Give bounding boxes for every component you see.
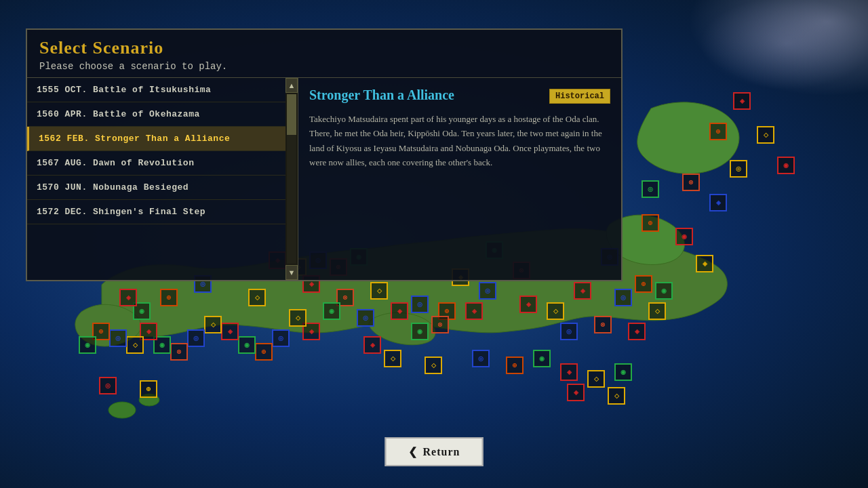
clan-icon: ◉ bbox=[323, 302, 340, 320]
clan-icon: ◈ bbox=[560, 363, 578, 381]
scenario-item[interactable]: 1555 OCT. Battle of Itsukushima bbox=[27, 78, 298, 102]
detail-title: Stronger Than a Alliance bbox=[309, 87, 454, 103]
clan-icon: ◉ bbox=[411, 323, 429, 340]
clan-icon: ◎ bbox=[99, 377, 117, 394]
clan-icon: ◇ bbox=[370, 282, 388, 300]
return-button[interactable]: ❮ Return bbox=[385, 437, 484, 466]
scenario-item[interactable]: 1562 FEB. Stronger Than a Alliance bbox=[27, 127, 298, 151]
svg-point-0 bbox=[108, 402, 136, 418]
clan-icon: ◈ bbox=[119, 289, 137, 306]
clan-icon: ⊕ bbox=[709, 123, 727, 140]
clan-icon: ◉ bbox=[238, 336, 256, 354]
clan-icon: ◎ bbox=[479, 282, 496, 300]
clan-icon: ◉ bbox=[655, 282, 673, 300]
detail-header: Stronger Than a Alliance Historical bbox=[309, 87, 610, 104]
scenario-list: 1555 OCT. Battle of Itsukushima1560 APR.… bbox=[27, 78, 298, 280]
scroll-track bbox=[287, 94, 296, 264]
clan-icon: ◈ bbox=[221, 323, 239, 340]
clan-icon: ⊕ bbox=[506, 357, 524, 374]
clan-icon: ⊗ bbox=[170, 343, 188, 361]
clan-icon: ⊗ bbox=[431, 316, 449, 333]
scroll-up-button[interactable]: ▲ bbox=[285, 78, 298, 93]
cloud-overlay bbox=[665, 0, 868, 108]
clan-icon: ◉ bbox=[79, 336, 96, 354]
scenario-panel: Select Scenario Please choose a scenario… bbox=[26, 28, 623, 281]
clan-icon: ◉ bbox=[777, 157, 795, 174]
clan-icon: ◎ bbox=[614, 289, 632, 306]
detail-description: Takechiyo Matsudaira spent part of his y… bbox=[309, 112, 610, 170]
clan-icon: ◈ bbox=[709, 194, 727, 211]
clan-icon: ◎ bbox=[642, 180, 659, 198]
clan-icon: ◈ bbox=[519, 296, 537, 313]
clan-icon: ◎ bbox=[560, 323, 578, 340]
scenario-item[interactable]: 1572 DEC. Shingen's Final Step bbox=[27, 200, 298, 224]
clan-icon: ◇ bbox=[204, 316, 222, 333]
clan-icon: ◎ bbox=[730, 160, 747, 178]
historical-badge: Historical bbox=[549, 89, 610, 104]
clan-icon: ◇ bbox=[248, 289, 266, 306]
scroll-thumb[interactable] bbox=[287, 94, 296, 135]
clan-icon: ◈ bbox=[628, 323, 646, 340]
clan-icon: ⊗ bbox=[594, 316, 612, 333]
clan-icon: ◎ bbox=[357, 309, 374, 327]
clan-icon: ⊕ bbox=[160, 289, 178, 306]
panel-body: 1555 OCT. Battle of Itsukushima1560 APR.… bbox=[27, 78, 621, 280]
clan-icon: ◇ bbox=[384, 350, 401, 367]
scroll-down-button[interactable]: ▼ bbox=[285, 265, 298, 280]
panel-title: Select Scenario bbox=[39, 38, 609, 58]
scenario-item[interactable]: 1567 AUG. Dawn of Revolution bbox=[27, 151, 298, 176]
clan-icon: ◎ bbox=[472, 350, 490, 367]
clan-icon: ◇ bbox=[425, 357, 442, 374]
panel-header: Select Scenario Please choose a scenario… bbox=[27, 30, 621, 78]
clan-icon: ◎ bbox=[109, 329, 127, 347]
clan-icon: ◉ bbox=[533, 350, 551, 367]
scenario-detail: Stronger Than a Alliance Historical Take… bbox=[298, 78, 621, 280]
scenario-item[interactable]: 1570 JUN. Nobunaga Besieged bbox=[27, 176, 298, 200]
clan-icon: ◇ bbox=[648, 302, 666, 320]
clan-icon: ◇ bbox=[126, 336, 144, 354]
clan-icon: ⊕ bbox=[255, 343, 273, 361]
scenario-items-container: 1555 OCT. Battle of Itsukushima1560 APR.… bbox=[27, 78, 298, 224]
clan-icon: ◇ bbox=[757, 126, 774, 144]
clan-icon: ⊕ bbox=[140, 380, 157, 398]
clan-icon: ◉ bbox=[675, 228, 693, 245]
clan-icon: ⊕ bbox=[642, 214, 659, 232]
clan-icon: ◈ bbox=[574, 282, 591, 300]
clan-icon: ◈ bbox=[567, 384, 585, 401]
clan-icon: ◎ bbox=[272, 329, 290, 347]
clan-icon: ◇ bbox=[608, 387, 625, 405]
clan-icon: ◎ bbox=[411, 296, 429, 313]
panel-subtitle: Please choose a scenario to play. bbox=[39, 61, 609, 72]
scrollbar[interactable]: ▲ ▼ bbox=[285, 78, 298, 280]
clan-icon: ◎ bbox=[187, 329, 205, 347]
return-chevron-icon: ❮ bbox=[408, 445, 418, 458]
clan-icon: ⊕ bbox=[635, 275, 652, 293]
clan-icon: ◇ bbox=[587, 370, 605, 388]
return-label: Return bbox=[423, 446, 460, 458]
clan-icon: ◇ bbox=[289, 309, 307, 327]
clan-icon: ◈ bbox=[696, 255, 713, 272]
clan-icon: ◉ bbox=[614, 363, 632, 381]
clan-icon: ◈ bbox=[391, 302, 408, 320]
clan-icon: ⊗ bbox=[682, 174, 700, 191]
clan-icon: ◇ bbox=[547, 302, 564, 320]
scenario-item[interactable]: 1560 APR. Battle of Okehazama bbox=[27, 102, 298, 127]
clan-icon: ◈ bbox=[733, 92, 751, 110]
clan-icon: ◈ bbox=[465, 302, 483, 320]
clan-icon: ◈ bbox=[363, 336, 381, 354]
